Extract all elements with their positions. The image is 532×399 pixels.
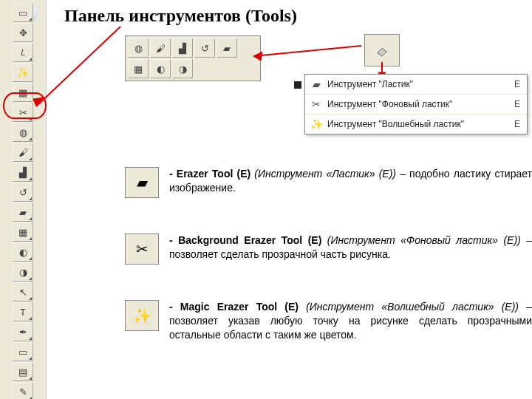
magic-eraser-icon: ✨ [305, 118, 327, 130]
menu-item-bg-eraser[interactable]: ✂ Инструмент "Фоновый ластик" E [305, 95, 527, 115]
title-part-a: Панель инструментов [64, 6, 241, 25]
tool-eraser[interactable]: ▰ [13, 202, 33, 222]
tool-shape[interactable]: ▭ [13, 342, 33, 361]
eraser-icon: ▰ [305, 78, 327, 90]
eraser-icon: ▰ [125, 167, 159, 198]
tool-path[interactable]: ↖ [13, 282, 33, 301]
menu-shortcut: E [508, 119, 527, 129]
tool-healing[interactable]: ◍ [13, 123, 33, 142]
callout-history-icon: ↺ [194, 38, 215, 58]
bg-eraser-icon: ✂ [305, 98, 327, 110]
page-title: Панель инструментов (Tools) [64, 6, 523, 26]
content-area: Панель инструментов (Tools) ◍ 🖌 ▟ ↺ ▰ ▦ … [47, 0, 532, 399]
tool-lasso[interactable]: 𝘓 [13, 43, 33, 62]
menu-shortcut: E [508, 79, 527, 89]
menu-label: Инструмент "Фоновый ластик" [327, 99, 508, 109]
magic-eraser-icon: ✨ [125, 300, 159, 331]
tool-dodge[interactable]: ◑ [13, 262, 33, 282]
title-part-b: (Tools) [245, 6, 297, 25]
tool-notes[interactable]: ▤ [13, 362, 33, 381]
tool-blur[interactable]: ◐ [13, 242, 33, 262]
callout-eraser-icon: ▰ [216, 38, 237, 58]
toolbar-callout: ◍ 🖌 ▟ ↺ ▰ ▦ ◐ ◑ [125, 35, 261, 81]
callout-dodge-icon: ◑ [172, 59, 193, 78]
eraser-context-menu: ▰ Инструмент "Ластик" E ✂ Инструмент "Фо… [304, 74, 528, 134]
callout-gradient-icon: ▦ [128, 59, 149, 78]
menu-shortcut: E [508, 99, 527, 109]
callout-stamp-icon: ▟ [172, 38, 193, 58]
description-text: - Background Erazer Tool (E) (Инструмент… [169, 233, 532, 262]
arrow-to-flyout [250, 34, 369, 78]
svg-line-3 [253, 46, 361, 56]
svg-line-0 [36, 27, 120, 106]
svg-marker-2 [378, 48, 387, 56]
menu-item-eraser[interactable]: ▰ Инструмент "Ластик" E [305, 75, 527, 95]
eraser-flyout-icon [364, 34, 400, 66]
tool-gradient[interactable]: ▦ [13, 222, 33, 242]
menu-item-magic-eraser[interactable]: ✨ Инструмент "Волшебный ластик" E [305, 115, 527, 134]
callout-brush-icon: 🖌 [150, 38, 171, 58]
tool-move[interactable]: ✥ [13, 23, 33, 42]
arrow-to-toolbar [32, 24, 128, 112]
tool-eyedropper[interactable]: ✎ [13, 382, 33, 399]
tool-type[interactable]: T [13, 302, 33, 321]
flyout-marker [294, 81, 301, 89]
description-bg-eraser: ✂ - Background Erazer Tool (E) (Инструме… [125, 233, 532, 265]
tool-wand[interactable]: ✨ [13, 63, 33, 82]
description-magic-eraser: ✨ - Magic Erazer Tool (E) (Инструмент «В… [125, 300, 532, 342]
tool-crop[interactable]: ▩ [13, 83, 33, 102]
tool-history-brush[interactable]: ↺ [13, 183, 33, 202]
callout-blur-icon: ◐ [150, 59, 171, 78]
tools-grid: ▭ ✥ 𝘓 ✨ ▩ ✂ ◍ 🖌 ▟ ↺ ▰ ▦ ◐ ◑ ↖ T ✒ ▭ ▤ ✎ … [2, 3, 44, 399]
tool-stamp[interactable]: ▟ [13, 163, 33, 182]
description-eraser: ▰ - Erazer Tool (E) (Инструмент «Ластик»… [125, 167, 532, 198]
tools-panel: ▭ ✥ 𝘓 ✨ ▩ ✂ ◍ 🖌 ▟ ↺ ▰ ▦ ◐ ◑ ↖ T ✒ ▭ ▤ ✎ … [0, 0, 47, 399]
bg-eraser-icon: ✂ [125, 233, 159, 265]
tool-pen[interactable]: ✒ [13, 322, 33, 341]
menu-label: Инструмент "Ластик" [327, 79, 508, 89]
callout-healing-icon: ◍ [128, 38, 149, 58]
description-text: - Erazer Tool (E) (Инструмент «Ластик» (… [169, 167, 532, 195]
menu-label: Инструмент "Волшебный ластик" [327, 119, 508, 129]
tool-brush[interactable]: 🖌 [13, 143, 33, 162]
description-text: - Magic Erazer Tool (E) (Инструмент «Вол… [169, 300, 532, 342]
tool-marquee[interactable]: ▭ [13, 3, 33, 22]
tool-slice[interactable]: ✂ [13, 103, 33, 122]
